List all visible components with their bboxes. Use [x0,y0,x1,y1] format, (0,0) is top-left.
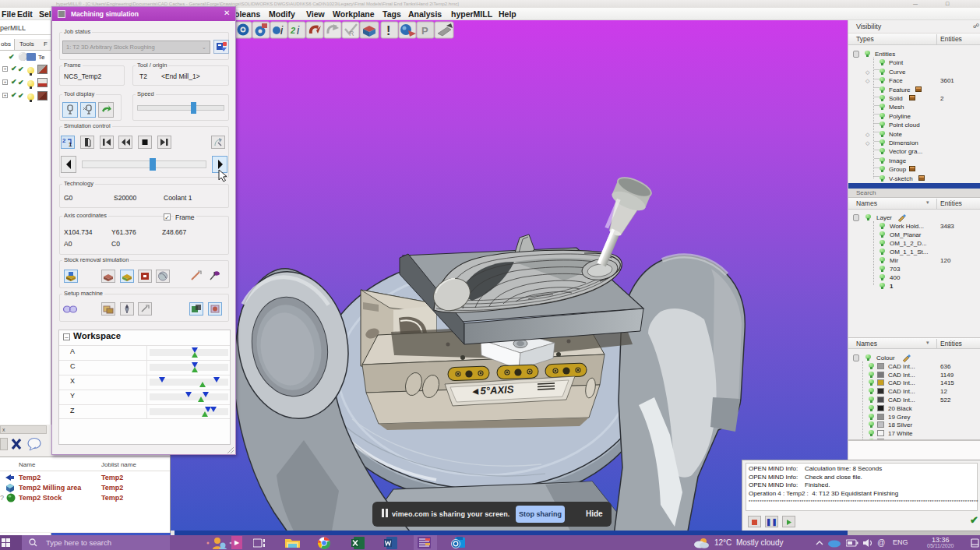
svg-text:◄5°AXIS: ◄5°AXIS [470,383,514,397]
svg-text:P: P [421,25,428,37]
svg-text:1: 1 [69,141,72,148]
svg-text:!: ! [386,24,390,37]
svg-text:2: 2 [290,26,295,35]
svg-text:2: 2 [62,137,66,144]
svg-text:R: R [349,30,354,37]
